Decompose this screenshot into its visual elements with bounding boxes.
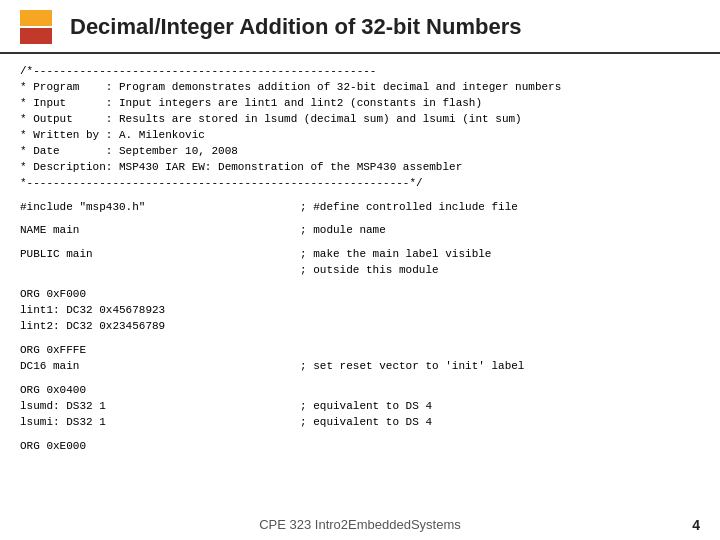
name-comment: ; module name bbox=[300, 223, 386, 239]
org1-line: ORG 0xF000 bbox=[20, 288, 86, 300]
lint2-row: lint2: DC32 0x23456789 bbox=[20, 319, 700, 335]
public-row: PUBLIC main ; make the main label visibl… bbox=[20, 247, 700, 263]
comment-block: /*--------------------------------------… bbox=[20, 64, 700, 192]
include-comment: ; #define controlled include file bbox=[300, 200, 518, 216]
public-row2: ; outside this module bbox=[20, 263, 700, 279]
dc16-row: DC16 main ; set reset vector to 'init' l… bbox=[20, 359, 700, 375]
org3-line: ORG 0x0400 bbox=[20, 384, 86, 396]
org2-row: ORG 0xFFFE bbox=[20, 343, 700, 359]
lint2-line: lint2: DC32 0x23456789 bbox=[20, 320, 165, 332]
public-comment1: ; make the main label visible bbox=[300, 247, 491, 263]
lint1-line: lint1: DC32 0x45678923 bbox=[20, 304, 165, 316]
dc16-line: DC16 main bbox=[20, 359, 300, 375]
include-line: #include "msp430.h" bbox=[20, 200, 300, 216]
footer: CPE 323 Intro2EmbeddedSystems 4 bbox=[0, 517, 720, 532]
org2-line: ORG 0xFFFE bbox=[20, 343, 300, 359]
logo-top bbox=[20, 10, 52, 26]
code-content: /*--------------------------------------… bbox=[0, 54, 720, 455]
footer-text: CPE 323 Intro2EmbeddedSystems bbox=[20, 517, 700, 532]
public-comment2: ; outside this module bbox=[300, 263, 439, 279]
lsumi-line: lsumi: DS32 1 bbox=[20, 415, 300, 431]
org4-line: ORG 0xE000 bbox=[20, 440, 86, 452]
include-row: #include "msp430.h" ; #define controlled… bbox=[20, 200, 700, 216]
header: Decimal/Integer Addition of 32-bit Numbe… bbox=[0, 0, 720, 54]
lsumd-line: lsumd: DS32 1 bbox=[20, 399, 300, 415]
org3-row: ORG 0x0400 bbox=[20, 383, 700, 399]
logo bbox=[20, 10, 52, 44]
public-line2 bbox=[20, 263, 300, 279]
dc16-comment: ; set reset vector to 'init' label bbox=[300, 359, 524, 375]
lsumi-row: lsumi: DS32 1 ; equivalent to DS 4 bbox=[20, 415, 700, 431]
lsumi-comment: ; equivalent to DS 4 bbox=[300, 415, 432, 431]
org4-row: ORG 0xE000 bbox=[20, 439, 700, 455]
org1-row: ORG 0xF000 bbox=[20, 287, 700, 303]
lint1-row: lint1: DC32 0x45678923 bbox=[20, 303, 700, 319]
lsumd-comment: ; equivalent to DS 4 bbox=[300, 399, 432, 415]
page-title: Decimal/Integer Addition of 32-bit Numbe… bbox=[70, 14, 521, 40]
footer-page: 4 bbox=[692, 517, 700, 533]
public-line: PUBLIC main bbox=[20, 247, 300, 263]
lsumd-row: lsumd: DS32 1 ; equivalent to DS 4 bbox=[20, 399, 700, 415]
logo-bottom bbox=[20, 28, 52, 44]
name-line: NAME main bbox=[20, 223, 300, 239]
name-row: NAME main ; module name bbox=[20, 223, 700, 239]
